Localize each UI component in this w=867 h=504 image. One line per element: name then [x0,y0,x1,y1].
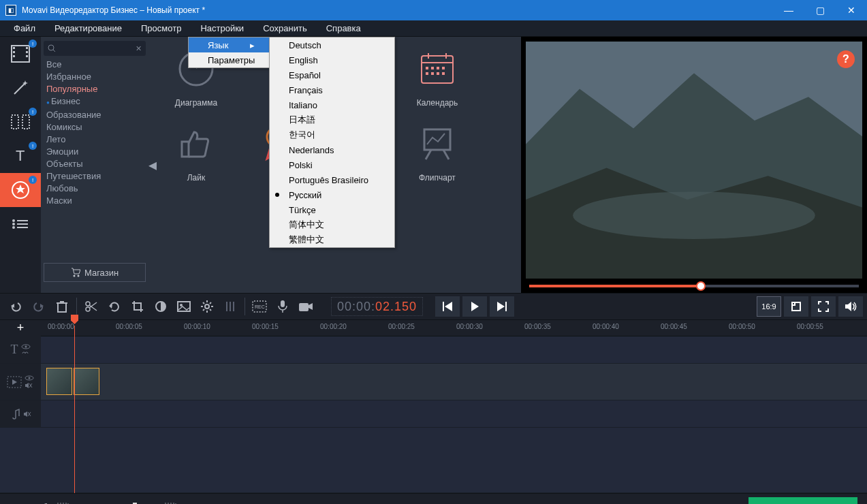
lang-option[interactable]: Español [270,67,394,82]
timecode[interactable]: 00:00:02.150 [331,297,423,316]
link-icon[interactable] [21,351,29,356]
help-button[interactable]: ? [837,50,855,68]
save-button[interactable]: Сохранить [748,497,857,505]
lang-option[interactable]: 한국어 [270,127,394,142]
lang-option[interactable]: 日本語 [270,112,394,127]
seek-thumb[interactable] [696,281,706,291]
ruler-tick: 00:00:35 [524,323,551,330]
menu-help[interactable]: Справка [317,20,371,36]
template-item[interactable]: Флипчарт [403,117,471,183]
ruler-tick: 00:00:10 [184,323,210,330]
video-track[interactable] [0,364,867,400]
crop-button[interactable] [126,296,149,317]
menu-edit[interactable]: Редактирование [45,20,131,36]
color-button[interactable] [149,296,172,317]
video-clip[interactable] [74,368,99,395]
play-button[interactable] [462,296,487,317]
template-item[interactable]: Лайк [162,117,230,183]
delete-button[interactable] [50,296,74,317]
tool-transitions[interactable]: ! [0,105,41,139]
tool-import[interactable]: ! [0,37,41,71]
mute-icon[interactable] [23,411,31,418]
lang-option[interactable]: Français [270,82,394,97]
minimize-button[interactable]: — [773,0,804,20]
menu-view[interactable]: Просмотр [131,20,191,36]
next-icon [497,302,507,311]
video-icon [7,376,22,388]
lang-option[interactable]: 简体中文 [270,217,394,232]
image-button[interactable] [172,296,195,317]
prev-button[interactable] [435,296,460,317]
preview-video[interactable] [525,41,863,279]
template-item[interactable]: Календарь [403,42,471,108]
lang-option[interactable]: 繁體中文 [270,232,394,247]
svg-point-16 [12,226,15,229]
eye-icon[interactable] [25,375,34,381]
category-item[interactable]: Избранное [44,71,146,83]
collapse-handle[interactable]: ◀ [148,37,157,293]
close-button[interactable]: ✕ [836,0,867,20]
store-button[interactable]: Магазин [44,263,146,282]
tool-stickers[interactable]: ! [0,173,41,207]
volume-button[interactable] [838,296,863,317]
rotate-button[interactable] [103,296,126,317]
lang-option-selected[interactable]: Русский [270,187,394,202]
mute-icon[interactable] [25,382,33,389]
search-input[interactable]: ✕ [44,41,146,56]
tool-filters[interactable] [0,71,41,105]
add-track-button[interactable]: + [0,320,41,336]
mic-button[interactable] [271,296,294,317]
cut-button[interactable] [80,296,103,317]
camera-button[interactable] [294,296,317,317]
popout-button[interactable] [784,296,808,317]
audio-track[interactable] [0,400,867,428]
category-item[interactable]: Комиксы [44,121,146,133]
menu-save[interactable]: Сохранить [253,20,317,36]
lang-option[interactable]: Deutsch [270,37,394,52]
clear-search-icon[interactable]: ✕ [136,44,142,53]
video-clip[interactable] [46,368,72,395]
seek-bar[interactable] [521,279,867,293]
lang-option[interactable]: Italiano [270,97,394,112]
time-ruler[interactable]: + 00:00:00 00:00:05 00:00:10 00:00:15 00… [0,320,867,336]
record-button[interactable]: REC [248,296,271,317]
template-label: Диаграмма [175,98,217,108]
category-item[interactable]: Лето [44,133,146,146]
lang-option[interactable]: Polski [270,157,394,172]
category-item[interactable]: Образование [44,109,146,121]
lang-option[interactable]: English [270,52,394,67]
playhead[interactable] [74,326,75,493]
aspect-button[interactable]: 16:9 [757,296,781,317]
category-item[interactable]: Эмоции [44,146,146,158]
lang-option[interactable]: Türkçe [270,202,394,217]
category-item-selected[interactable]: Популярные [44,83,146,95]
category-item[interactable]: Все [44,59,146,71]
menu-file[interactable]: Файл [4,20,45,36]
like-icon [178,125,215,162]
empty-track-area[interactable] [0,428,867,493]
next-button[interactable] [490,296,514,317]
lang-option[interactable]: Nederlands [270,142,394,157]
lang-option[interactable]: Português Brasileiro [270,172,394,187]
category-item[interactable]: Маски [44,195,146,207]
settings-language[interactable]: Язык ▸ [189,37,271,52]
redo-button[interactable] [27,296,50,317]
category-item[interactable]: Путешествия [44,170,146,183]
tool-titles[interactable]: T ! [0,139,41,173]
category-item[interactable]: Бизнес [44,95,146,109]
category-item[interactable]: Объекты [44,158,146,170]
maximize-button[interactable]: ▢ [804,0,836,20]
svg-marker-76 [445,302,452,311]
settings-parameters-label: Параметры [208,55,255,65]
category-item[interactable]: Любовь [44,183,146,195]
settings-parameters[interactable]: Параметры [189,52,271,67]
main-area: ! ! T ! ! ✕ Все Избранное Популярные [0,37,867,293]
menu-settings[interactable]: Настройки [191,20,253,36]
tool-more[interactable] [0,207,41,241]
equalizer-button[interactable] [219,296,242,317]
settings-button[interactable] [195,296,219,317]
fullscreen-button[interactable] [811,296,836,317]
titles-track[interactable]: T [0,336,867,364]
eye-icon[interactable] [21,344,31,349]
undo-button[interactable] [4,296,27,317]
